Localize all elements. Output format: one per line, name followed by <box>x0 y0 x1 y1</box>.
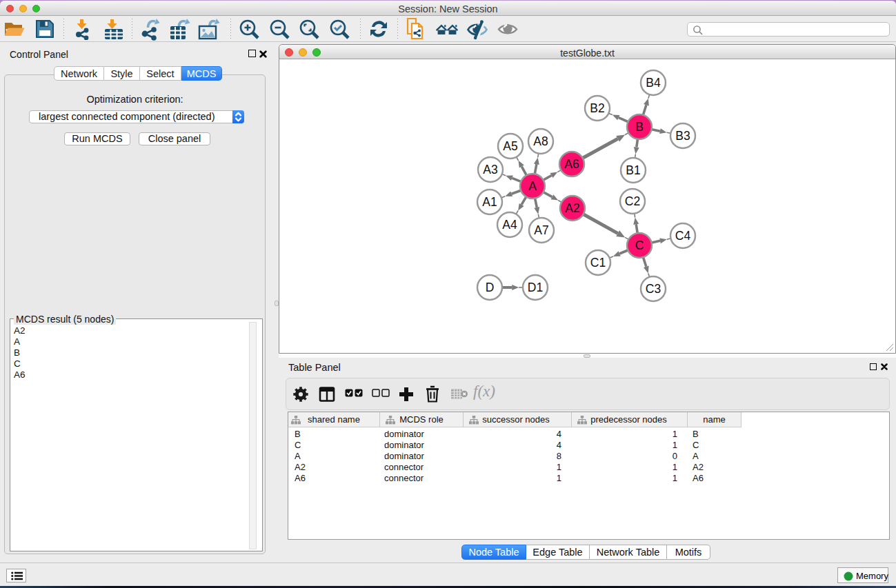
svg-text:D1: D1 <box>528 281 543 294</box>
svg-text:C: C <box>635 239 644 252</box>
svg-text:C1: C1 <box>590 256 606 270</box>
svg-text:A: A <box>528 179 537 193</box>
svg-text:A4: A4 <box>502 218 517 232</box>
svg-text:A6: A6 <box>564 157 579 171</box>
svg-text:B1: B1 <box>626 163 640 177</box>
svg-text:B: B <box>635 120 644 134</box>
svg-text:C4: C4 <box>675 229 691 243</box>
svg-text:A7: A7 <box>534 223 548 237</box>
svg-text:A3: A3 <box>483 163 497 176</box>
svg-text:D: D <box>486 281 495 294</box>
svg-text:A5: A5 <box>503 139 517 153</box>
svg-text:A1: A1 <box>482 195 497 209</box>
svg-text:A2: A2 <box>565 201 579 215</box>
svg-text:B2: B2 <box>590 101 604 115</box>
svg-text:B3: B3 <box>675 129 690 143</box>
svg-text:A8: A8 <box>533 134 548 148</box>
svg-text:B4: B4 <box>646 76 661 90</box>
svg-text:C2: C2 <box>625 194 640 208</box>
svg-text:C3: C3 <box>646 282 661 296</box>
